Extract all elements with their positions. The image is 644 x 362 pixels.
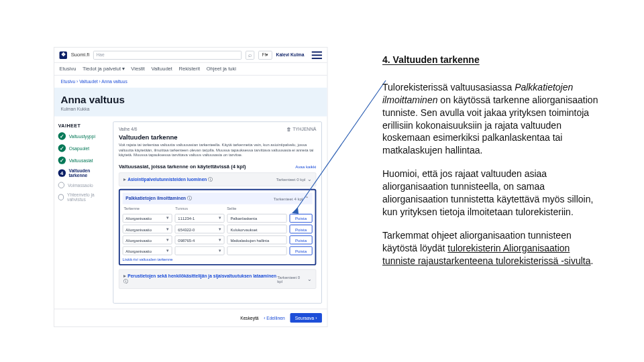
col-header-2: Tunnus bbox=[175, 207, 224, 211]
id-select[interactable]: 654322-0▾ bbox=[175, 225, 225, 233]
specifier-select[interactable]: Aliorganisaatio▾ bbox=[123, 214, 172, 223]
remove-button[interactable]: Poista bbox=[290, 225, 313, 233]
wizard-footer: Keskeytä ‹ Edellinen Seuraava › bbox=[54, 308, 327, 326]
desc-input[interactable]: Kulukorvaukset bbox=[227, 225, 287, 233]
step-3[interactable]: ✓Valtuusasiat bbox=[58, 156, 109, 164]
specifier-select[interactable]: Aliorganisaatio▾ bbox=[123, 225, 172, 233]
explainer-p2: Huomioi, että jos rajaat valtuuden asiaa… bbox=[382, 168, 604, 219]
page-heading: Anna valtuus Kulman Kukka bbox=[54, 88, 327, 117]
desc-input[interactable]: Matkalaskujen hallinta bbox=[227, 235, 287, 244]
table-row: Aliorganisaatio▾ 654322-0▾ Kulukorvaukse… bbox=[123, 225, 313, 233]
id-select[interactable]: 098765-4▾ bbox=[175, 235, 225, 244]
remove-button[interactable]: Poista bbox=[290, 247, 313, 255]
back-button[interactable]: ‹ Edellinen bbox=[264, 316, 284, 320]
explainer-title: 4. Valtuuden tarkenne bbox=[382, 54, 604, 66]
next-button[interactable]: Seuraava › bbox=[290, 313, 322, 322]
category-row-3[interactable]: ▸Perustietojen sekä henkilökäsittelijän … bbox=[119, 269, 317, 289]
remove-button[interactable]: Poista bbox=[290, 235, 313, 244]
explainer-p3: Tarkemmat ohjeet aliorganisaation tunnis… bbox=[382, 229, 604, 267]
nav-messages[interactable]: Viestit bbox=[131, 66, 145, 72]
clear-button[interactable]: 🗑 TYHJENNÄ bbox=[286, 127, 317, 132]
desc-input[interactable] bbox=[227, 247, 287, 255]
app-window: ❖ Suomi.fi Hae ⌕ FI ▾ Kalevi Kulma Etusi… bbox=[54, 47, 328, 327]
specifier-select[interactable]: Aliorganisaatio▾ bbox=[123, 247, 172, 255]
section-title: Valtuuden tarkenne bbox=[119, 133, 317, 140]
nav-row: Etusivu Tiedot ja palvelut ▾ Viestit Val… bbox=[54, 63, 327, 76]
chevron-right-icon: ▸ bbox=[123, 176, 126, 182]
category-row-1[interactable]: ▸Asiointipalvelutunnisteiden luominen ⓘ … bbox=[119, 172, 317, 186]
chevron-up-icon: ⌃ bbox=[305, 196, 309, 202]
search-placeholder: Hae bbox=[97, 53, 105, 58]
open-all-link[interactable]: Avaa kaikki bbox=[295, 165, 316, 170]
col-header-1: Tarkenne bbox=[124, 207, 173, 211]
user-menu[interactable]: Kalevi Kulma bbox=[276, 53, 305, 58]
step-indicator: Vaihe 4/6 bbox=[119, 127, 138, 132]
search-input[interactable]: Hae bbox=[93, 50, 241, 59]
logo-icon: ❖ bbox=[60, 51, 67, 58]
breadcrumb[interactable]: Etusivu › Valtuudet › Anna valtuus bbox=[54, 76, 327, 88]
nav-auth[interactable]: Valtuudet bbox=[151, 66, 172, 72]
content-panel: Vaihe 4/6 🗑 TYHJENNÄ Valtuuden tarkenne … bbox=[113, 121, 322, 304]
col-header-3: Selite bbox=[227, 207, 286, 211]
explainer-panel: 4. Valtuuden tarkenne Tulorekisterissä v… bbox=[382, 54, 604, 278]
nav-home[interactable]: Etusivu bbox=[60, 66, 76, 72]
chevron-right-icon: ▸ bbox=[123, 273, 126, 279]
remove-button[interactable]: Poista bbox=[290, 214, 313, 223]
cancel-link[interactable]: Keskeytä bbox=[240, 316, 258, 320]
nav-reg[interactable]: Rekisterit bbox=[178, 66, 200, 72]
topbar: ❖ Suomi.fi Hae ⌕ FI ▾ Kalevi Kulma bbox=[54, 48, 327, 63]
nav-guide[interactable]: Ohjeet ja tuki bbox=[207, 66, 236, 72]
step-6: Yhteenveto ja vahvistus bbox=[58, 193, 109, 202]
subsection-title: Valtuusasiat, joissa tarkenne on käytett… bbox=[119, 164, 246, 170]
hamburger-icon[interactable] bbox=[312, 51, 322, 58]
page-title: Anna valtuus bbox=[60, 94, 321, 105]
page-subtitle: Kulman Kukka bbox=[60, 107, 321, 111]
sidebar-heading: VAIHEET bbox=[58, 123, 109, 129]
wizard-sidebar: VAIHEET ✓Valtuustyyppi ✓Osapuolet ✓Valtu… bbox=[54, 117, 113, 309]
chevron-down-icon: ⌄ bbox=[307, 177, 312, 183]
section-intro: Voit rajata tai tarkentaa valtuutta valt… bbox=[119, 143, 317, 158]
id-select[interactable]: ▾ bbox=[175, 247, 225, 255]
step-2[interactable]: ✓Osapuolet bbox=[58, 144, 109, 152]
lang-selector[interactable]: FI ▾ bbox=[258, 50, 272, 59]
search-icon[interactable]: ⌕ bbox=[246, 50, 254, 59]
chevron-down-icon: ⌄ bbox=[307, 276, 312, 282]
step-1[interactable]: ✓Valtuustyyppi bbox=[58, 132, 109, 139]
add-row-link[interactable]: Lisää rivi valtuuden tarkenne bbox=[123, 257, 313, 262]
table-row: Aliorganisaatio▾ 111234-1▾ Palkanlaskent… bbox=[123, 214, 313, 223]
nav-info[interactable]: Tiedot ja palvelut ▾ bbox=[83, 66, 125, 72]
id-select[interactable]: 111234-1▾ bbox=[175, 214, 225, 223]
step-4[interactable]: 4Valtuuden tarkenne bbox=[58, 168, 109, 177]
explainer-p1: Tulorekisterissä valtuusasiassa Palkkati… bbox=[382, 81, 604, 157]
desc-input[interactable]: Palkanlaskenta bbox=[227, 214, 287, 223]
category-row-2[interactable]: Palkkatietojen ilmoittaminen ⓘ Tarkentee… bbox=[123, 193, 313, 204]
table-row: Aliorganisaatio▾ 098765-4▾ Matkalaskujen… bbox=[123, 235, 313, 244]
step-5: Voimassaolo bbox=[58, 182, 109, 188]
table-row: Aliorganisaatio▾ ▾ Poista bbox=[123, 247, 313, 255]
expanded-category: Palkkatietojen ilmoittaminen ⓘ Tarkentee… bbox=[119, 189, 317, 265]
brand-text: Suomi.fi bbox=[71, 52, 89, 58]
specifier-select[interactable]: Aliorganisaatio▾ bbox=[123, 235, 172, 244]
